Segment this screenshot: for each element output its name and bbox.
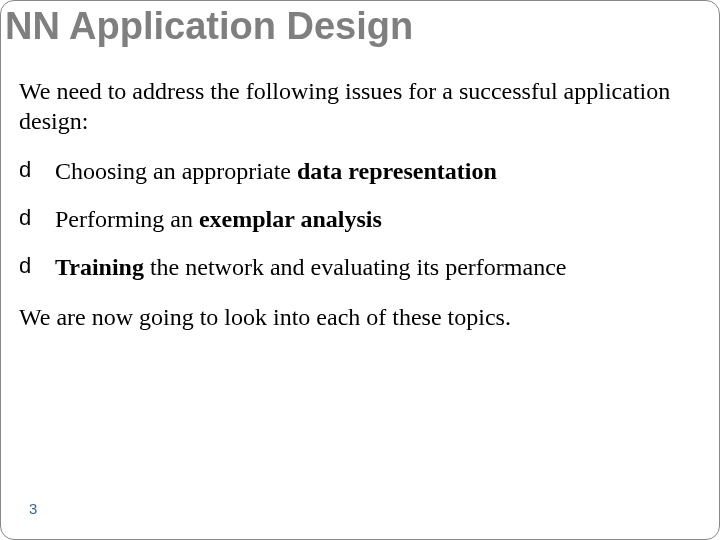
bullet-text: Performing an exemplar analysis [55,204,701,234]
bullet-icon: d [19,204,55,233]
bullet-pre: Performing an [55,206,199,232]
slide-container: NN Application Design We need to address… [1,1,719,539]
bullet-bold: data representation [297,158,497,184]
outro-text: We are now going to look into each of th… [19,302,701,332]
bullet-bold: Training [55,254,144,280]
bullet-icon: d [19,252,55,281]
bullet-text: Choosing an appropriate data representat… [55,156,701,186]
slide-title: NN Application Design [5,5,701,48]
list-item: d Choosing an appropriate data represent… [19,156,701,186]
bullet-pre: Choosing an appropriate [55,158,297,184]
page-number: 3 [29,500,37,517]
intro-text: We need to address the following issues … [19,76,701,136]
bullet-text: Training the network and evaluating its … [55,252,701,282]
list-item: d Training the network and evaluating it… [19,252,701,282]
bullet-bold: exemplar analysis [199,206,382,232]
bullet-post: the network and evaluating its performan… [144,254,567,280]
bullet-list: d Choosing an appropriate data represent… [19,156,701,282]
bullet-icon: d [19,156,55,185]
list-item: d Performing an exemplar analysis [19,204,701,234]
